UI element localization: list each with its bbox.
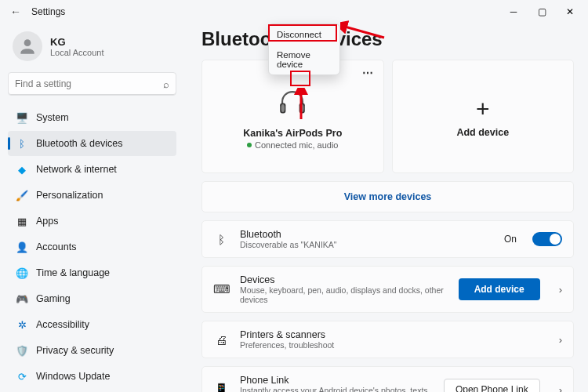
nav-personalization[interactable]: 🖌️Personalization bbox=[8, 183, 176, 208]
device-card[interactable]: ⋯ Kanika's AirPods Pro Connected mic, au… bbox=[201, 60, 384, 173]
bluetooth-title: Bluetooth bbox=[240, 229, 493, 240]
device-context-menu: Disconnect Remove device bbox=[268, 24, 340, 75]
menu-disconnect[interactable]: Disconnect bbox=[269, 24, 339, 45]
devices-icon: ⌨ bbox=[213, 282, 229, 296]
sidebar: KG Local Account ⌕ 🖥️System ᛒBluetooth &… bbox=[0, 24, 184, 392]
status-dot-icon bbox=[247, 143, 252, 147]
accessibility-icon: ✲ bbox=[16, 318, 28, 331]
printers-row[interactable]: 🖨 Printers & scanners Preferences, troub… bbox=[201, 321, 574, 358]
nav-gaming[interactable]: 🎮Gaming bbox=[8, 286, 176, 311]
phone-title: Phone Link bbox=[240, 375, 433, 386]
shield-icon: 🛡️ bbox=[16, 344, 28, 357]
nav-accessibility[interactable]: ✲Accessibility bbox=[8, 312, 176, 337]
bluetooth-row-icon: ᛒ bbox=[213, 233, 229, 246]
brush-icon: 🖌️ bbox=[16, 189, 28, 201]
printers-sub: Preferences, troubleshoot bbox=[240, 340, 548, 350]
devices-sub: Mouse, keyboard, pen, audio, displays an… bbox=[240, 285, 448, 304]
nav-network[interactable]: ◆Network & internet bbox=[8, 157, 176, 182]
search-input[interactable] bbox=[15, 78, 163, 89]
avatar-icon bbox=[13, 31, 42, 61]
close-button[interactable]: ✕ bbox=[563, 6, 577, 17]
phone-link-row[interactable]: 📱 Phone Link Instantly access your Andro… bbox=[201, 366, 574, 392]
search-box[interactable]: ⌕ bbox=[8, 72, 176, 96]
headphones-icon bbox=[274, 84, 310, 123]
back-button[interactable]: ← bbox=[6, 5, 25, 18]
bluetooth-sub: Discoverable as "KANIKA" bbox=[240, 240, 493, 249]
device-more-button[interactable]: ⋯ bbox=[359, 65, 377, 81]
add-device-button[interactable]: Add device bbox=[459, 278, 540, 300]
maximize-button[interactable]: ▢ bbox=[535, 6, 549, 17]
update-icon: ⟳ bbox=[16, 370, 28, 383]
printers-title: Printers & scanners bbox=[240, 329, 548, 340]
svg-point-4 bbox=[300, 103, 303, 111]
menu-remove-device[interactable]: Remove device bbox=[269, 45, 339, 74]
minimize-button[interactable]: ─ bbox=[506, 6, 521, 17]
nav-apps[interactable]: ▦Apps bbox=[8, 209, 176, 234]
window-title: Settings bbox=[31, 6, 65, 17]
profile-block[interactable]: KG Local Account bbox=[8, 28, 176, 72]
page-heading: Bluetooth & devices bbox=[201, 24, 574, 60]
chevron-right-icon: › bbox=[559, 284, 562, 296]
device-status: Connected mic, audio bbox=[247, 140, 338, 150]
phone-sub: Instantly access your Android device's p… bbox=[240, 386, 433, 392]
plus-icon: + bbox=[476, 96, 490, 122]
chevron-right-icon: › bbox=[559, 334, 562, 346]
svg-point-0 bbox=[24, 39, 31, 46]
apps-icon: ▦ bbox=[16, 215, 28, 227]
nav-accounts[interactable]: 👤Accounts bbox=[8, 234, 176, 260]
bluetooth-row[interactable]: ᛒ Bluetooth Discoverable as "KANIKA" On bbox=[201, 220, 574, 258]
svg-point-3 bbox=[281, 103, 285, 111]
nav-update[interactable]: ⟳Windows Update bbox=[8, 364, 176, 389]
nav-system[interactable]: 🖥️System bbox=[8, 105, 176, 130]
titlebar: ← Settings ─ ▢ ✕ bbox=[0, 0, 588, 24]
printer-icon: 🖨 bbox=[213, 333, 229, 347]
wifi-icon: ◆ bbox=[16, 163, 28, 176]
add-device-card[interactable]: + Add device bbox=[392, 60, 575, 173]
chevron-right-icon: › bbox=[559, 384, 562, 393]
main-content: Bluetooth & devices ⋯ Kanika's AirPods P… bbox=[184, 24, 588, 392]
nav-bluetooth[interactable]: ᛒBluetooth & devices bbox=[8, 131, 176, 156]
nav-list: 🖥️System ᛒBluetooth & devices ◆Network &… bbox=[8, 105, 176, 389]
bluetooth-toggle[interactable] bbox=[532, 232, 562, 246]
gaming-icon: 🎮 bbox=[16, 292, 28, 305]
bluetooth-state: On bbox=[504, 234, 517, 245]
user-account: Local Account bbox=[50, 48, 104, 57]
user-name: KG bbox=[50, 36, 104, 48]
devices-row[interactable]: ⌨ Devices Mouse, keyboard, pen, audio, d… bbox=[201, 266, 574, 313]
accounts-icon: 👤 bbox=[16, 241, 28, 253]
open-phone-link-button[interactable]: Open Phone Link bbox=[444, 379, 540, 392]
view-more-devices[interactable]: View more devices bbox=[201, 181, 574, 212]
search-icon: ⌕ bbox=[163, 78, 169, 90]
bluetooth-icon: ᛒ bbox=[16, 137, 28, 150]
phone-icon: 📱 bbox=[213, 383, 229, 392]
device-name: Kanika's AirPods Pro bbox=[243, 128, 342, 139]
system-icon: 🖥️ bbox=[16, 111, 28, 124]
nav-time[interactable]: 🌐Time & language bbox=[8, 260, 176, 285]
add-device-label: Add device bbox=[456, 127, 509, 138]
clock-icon: 🌐 bbox=[16, 267, 28, 279]
devices-title: Devices bbox=[240, 274, 448, 285]
nav-privacy[interactable]: 🛡️Privacy & security bbox=[8, 338, 176, 363]
